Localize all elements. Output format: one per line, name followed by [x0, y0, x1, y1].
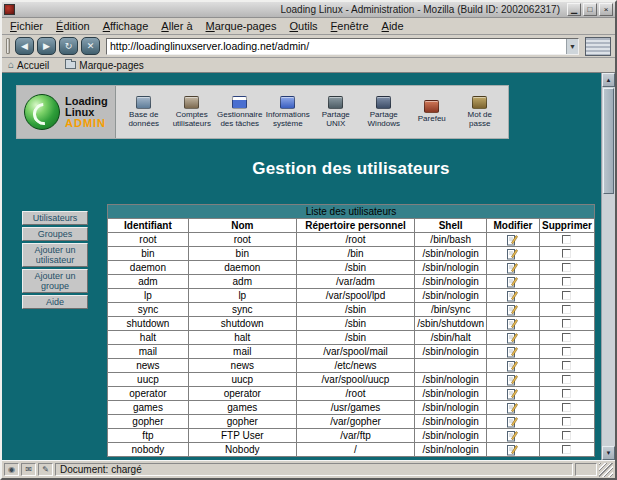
component-navigator-icon[interactable]: ◉ — [4, 463, 19, 476]
nav-item-base-de-donnees[interactable]: Base de données — [121, 96, 167, 128]
cell-nom: shutdown — [188, 317, 296, 331]
menu-affichage[interactable]: Affichage — [103, 20, 149, 32]
stop-button[interactable]: ✕ — [81, 37, 100, 55]
sidebar-item-ajouter-un-groupe[interactable]: Ajouter un groupe — [22, 269, 88, 293]
nav-item-partage-unix[interactable]: Partage UNIX — [313, 96, 359, 128]
table-row: daemondaemon/sbin/sbin/nologin — [108, 261, 595, 275]
cell-modifier — [487, 373, 540, 387]
maximize-button[interactable]: □ — [583, 3, 597, 16]
component-composer-icon[interactable]: ✎ — [38, 463, 53, 476]
edit-icon[interactable] — [507, 444, 518, 456]
minimize-button[interactable]: ▁ — [567, 3, 581, 16]
sidebar-item-aide[interactable]: Aide — [22, 295, 88, 309]
delete-checkbox[interactable] — [562, 333, 571, 342]
edit-icon[interactable] — [507, 290, 518, 302]
cell-supprimer — [539, 429, 594, 443]
url-input[interactable] — [107, 40, 566, 52]
edit-icon[interactable] — [507, 374, 518, 386]
back-button[interactable]: ◀ — [15, 37, 34, 55]
table-row: halthalt/sbin/sbin/halt — [108, 331, 595, 345]
delete-checkbox[interactable] — [562, 235, 571, 244]
edit-icon[interactable] — [507, 360, 518, 372]
title-bar[interactable]: Loading Linux - Administration - Mozilla… — [2, 2, 615, 18]
table-row: nobodyNobody//sbin/nologin — [108, 443, 595, 457]
edit-icon[interactable] — [507, 346, 518, 358]
delete-checkbox[interactable] — [562, 361, 571, 370]
sidebar-item-groupes[interactable]: Groupes — [22, 227, 88, 241]
table-row: gophergopher/var/gopher/sbin/nologin — [108, 415, 595, 429]
cell-supprimer — [539, 247, 594, 261]
delete-checkbox[interactable] — [562, 403, 571, 412]
delete-checkbox[interactable] — [562, 417, 571, 426]
scrollbar-thumb[interactable] — [603, 88, 614, 194]
delete-checkbox[interactable] — [562, 277, 571, 286]
sidebar-item-utilisateurs[interactable]: Utilisateurs — [22, 211, 88, 225]
edit-icon[interactable] — [507, 318, 518, 330]
vertical-scrollbar[interactable]: ▲ ▼ — [601, 73, 615, 460]
cell-shell: /sbin/nologin — [415, 373, 487, 387]
home-bookmark[interactable]: ⌂ Accueil — [8, 60, 49, 71]
edit-icon[interactable] — [507, 430, 518, 442]
menu-fichier[interactable]: Fichier — [10, 20, 43, 32]
sidebar-item-ajouter-un-utilisateur[interactable]: Ajouter un utilisateur — [22, 243, 88, 267]
component-mail-icon[interactable]: ✉ — [21, 463, 36, 476]
url-dropdown-icon[interactable]: ▼ — [566, 39, 578, 54]
delete-checkbox[interactable] — [562, 319, 571, 328]
scroll-up-button[interactable]: ▲ — [602, 73, 615, 87]
toolbar-grippy[interactable] — [6, 38, 10, 54]
logo-admin-label: ADMIN — [65, 118, 108, 129]
cell-identifiant: bin — [108, 247, 189, 261]
edit-icon[interactable] — [507, 304, 518, 316]
edit-icon[interactable] — [507, 248, 518, 260]
delete-checkbox[interactable] — [562, 431, 571, 440]
nav-item-parefeu[interactable]: Parefeu — [409, 100, 455, 124]
menu-edition[interactable]: Édition — [56, 20, 90, 32]
cell-modifier — [487, 387, 540, 401]
cell-repertoire: / — [296, 443, 415, 457]
resize-grip[interactable] — [599, 463, 613, 477]
cell-shell: /bin/bash — [415, 233, 487, 247]
scroll-down-button[interactable]: ▼ — [602, 446, 615, 460]
nav-item-gestionnaire-des-taches[interactable]: Gestionnaire des tâches — [217, 96, 263, 128]
cell-nom: lp — [188, 289, 296, 303]
menu-bar: FichierÉditionAffichageAller àMarque-pag… — [2, 18, 615, 35]
menu-fenetre[interactable]: Fenêtre — [331, 20, 369, 32]
edit-icon[interactable] — [507, 332, 518, 344]
menu-marque-pages[interactable]: Marque-pages — [206, 20, 277, 32]
delete-checkbox[interactable] — [562, 291, 571, 300]
bookmarks-folder-label: Marque-pages — [79, 60, 143, 71]
table-row: syncsync/sbin/bin/sync — [108, 303, 595, 317]
nav-item-comptes-utilisateurs[interactable]: Comptes utilisateurs — [169, 96, 215, 128]
nav-item-label: Partage Windows — [361, 111, 407, 128]
window-controls: ▁ □ × — [567, 3, 613, 16]
delete-checkbox[interactable] — [562, 389, 571, 398]
edit-icon[interactable] — [507, 402, 518, 414]
cell-modifier — [487, 359, 540, 373]
delete-checkbox[interactable] — [562, 263, 571, 272]
delete-checkbox[interactable] — [562, 305, 571, 314]
nav-item-label: Parefeu — [409, 115, 455, 124]
delete-checkbox[interactable] — [562, 375, 571, 384]
menu-aide[interactable]: Aide — [382, 20, 404, 32]
delete-checkbox[interactable] — [562, 445, 571, 454]
bookmarks-folder[interactable]: Marque-pages — [65, 60, 143, 71]
cell-repertoire: /etc/news — [296, 359, 415, 373]
nav-item-partage-windows[interactable]: Partage Windows — [361, 96, 407, 128]
edit-icon[interactable] — [507, 276, 518, 288]
edit-icon[interactable] — [507, 388, 518, 400]
forward-button[interactable]: ▶ — [37, 37, 56, 55]
reload-button[interactable]: ↻ — [59, 37, 78, 55]
delete-checkbox[interactable] — [562, 347, 571, 356]
nav-item-label: Gestionnaire des tâches — [217, 111, 263, 128]
menu-outils[interactable]: Outils — [289, 20, 317, 32]
edit-icon[interactable] — [507, 262, 518, 274]
delete-checkbox[interactable] — [562, 249, 571, 258]
edit-icon[interactable] — [507, 234, 518, 246]
menu-aller-a[interactable]: Aller à — [161, 20, 192, 32]
site-logo[interactable]: Loading Linux ADMIN — [17, 86, 116, 138]
close-button[interactable]: × — [599, 3, 613, 16]
nav-item-mot-de-passe[interactable]: Mot de passe — [457, 96, 503, 128]
edit-icon[interactable] — [507, 416, 518, 428]
table-row: admadm/var/adm/sbin/nologin — [108, 275, 595, 289]
nav-item-informations-systeme[interactable]: Informations système — [265, 96, 311, 128]
